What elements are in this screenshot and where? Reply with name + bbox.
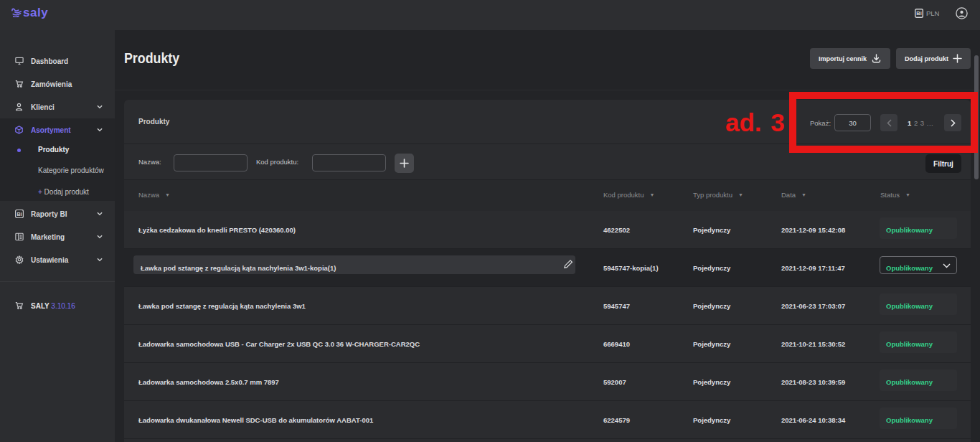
svg-text:Bi: Bi: [916, 10, 922, 17]
svg-text:Bi: Bi: [17, 211, 22, 217]
